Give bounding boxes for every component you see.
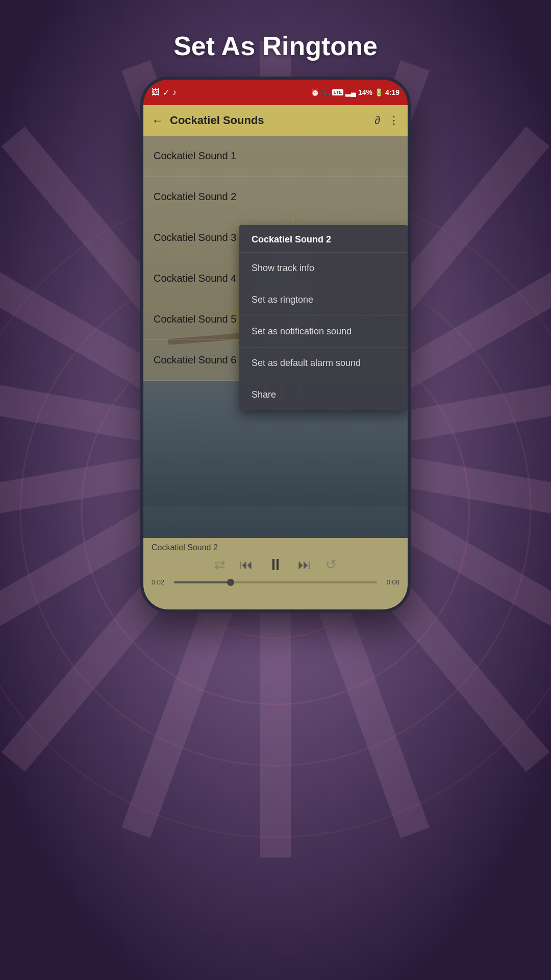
music-icon: ♪ — [172, 88, 177, 97]
shuffle-button[interactable]: ⇄ — [214, 557, 226, 573]
player-track-name: Cockatiel Sound 2 — [152, 543, 399, 552]
progress-fill — [174, 581, 231, 583]
previous-button[interactable]: ⏮ — [240, 557, 253, 573]
repeat-button[interactable]: ↺ — [325, 557, 337, 573]
player-controls: ⇄ ⏮ ⏸ ⏭ ↺ — [152, 555, 399, 574]
player-progress: 0:02 0:08 — [152, 578, 399, 586]
back-button[interactable]: ← — [152, 113, 164, 128]
lte-badge: LTE — [332, 89, 343, 95]
phone-icon: 📞 — [321, 88, 330, 96]
signal-icon: ▂▄ — [345, 88, 356, 96]
context-menu-header: Cockatiel Sound 2 — [239, 225, 408, 253]
set-as-notification-sound-item[interactable]: Set as notification sound — [239, 316, 408, 348]
total-time: 0:08 — [381, 578, 399, 586]
share-button[interactable]: ∂ — [374, 114, 380, 127]
gallery-icon: 🖼 — [152, 88, 160, 97]
toolbar-title: Cockatiel Sounds — [170, 114, 366, 127]
status-bar: 🖼 ✓ ♪ ⏰ 📞 LTE ▂▄ 14% 🔋 4:19 — [143, 80, 408, 105]
clock: 4:19 — [385, 88, 399, 96]
progress-bar[interactable] — [174, 581, 377, 583]
status-left-icons: 🖼 ✓ ♪ — [152, 88, 177, 97]
battery-level: 14% — [358, 88, 372, 96]
check-icon: ✓ — [163, 88, 169, 97]
show-track-info-item[interactable]: Show track info — [239, 253, 408, 284]
alarm-icon: ⏰ — [311, 88, 319, 96]
context-menu-title: Cockatiel Sound 2 — [252, 234, 331, 244]
status-right-icons: ⏰ 📞 LTE ▂▄ 14% 🔋 4:19 — [311, 88, 399, 96]
next-button[interactable]: ⏭ — [298, 557, 311, 573]
volume-button[interactable] — [410, 223, 411, 253]
share-item[interactable]: Share — [239, 379, 408, 410]
main-content: Cockatiel Sound 1 Cockatiel Sound 2 Cock… — [143, 136, 408, 538]
battery-icon: 🔋 — [374, 88, 383, 96]
progress-thumb[interactable] — [227, 579, 234, 586]
set-as-default-alarm-item[interactable]: Set as default alarm sound — [239, 348, 408, 379]
more-button[interactable]: ⋮ — [388, 114, 399, 127]
current-time: 0:02 — [152, 578, 170, 586]
context-menu: Cockatiel Sound 2 Show track info Set as… — [239, 225, 408, 410]
app-toolbar: ← Cockatiel Sounds ∂ ⋮ — [143, 105, 408, 136]
phone-frame: 🖼 ✓ ♪ ⏰ 📞 LTE ▂▄ 14% 🔋 4:19 ← Cockatiel … — [140, 77, 411, 612]
pause-button[interactable]: ⏸ — [267, 555, 284, 574]
set-as-ringtone-item[interactable]: Set as ringtone — [239, 284, 408, 316]
page-title: Set As Ringtone — [173, 31, 378, 61]
bottom-player: Cockatiel Sound 2 ⇄ ⏮ ⏸ ⏭ ↺ 0:02 0:08 — [143, 538, 408, 609]
